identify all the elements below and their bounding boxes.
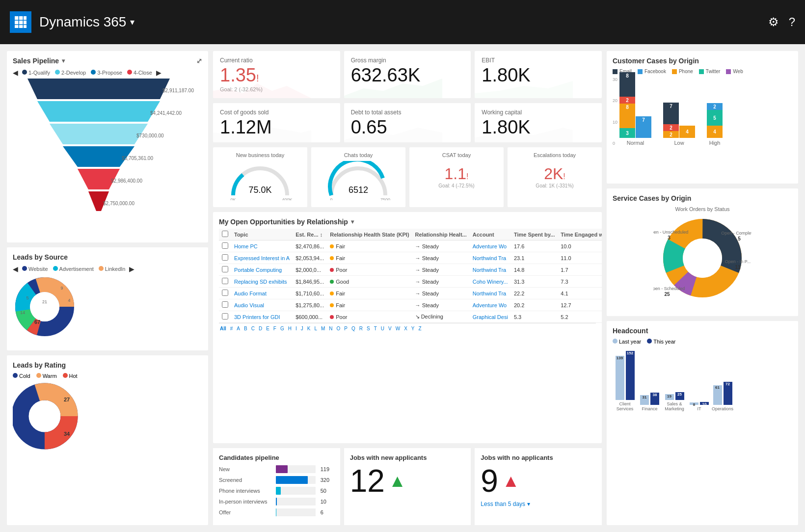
gauge-label: Chats today [316,152,401,158]
bar-xlabel: Normal [627,140,644,146]
alpha-nav-item[interactable]: T [373,325,378,332]
alpha-nav-item[interactable]: V [387,325,393,332]
app-title[interactable]: Dynamics 365 ▾ [39,14,134,30]
hc-bar-this: 10 [700,402,709,405]
row-topic[interactable]: Home PC [231,240,293,252]
col-account[interactable]: Account [470,229,511,240]
opp-chevron[interactable]: ▾ [351,218,354,225]
prev-arrow[interactable]: ◀ [13,69,18,77]
alpha-nav-item[interactable]: N [328,325,333,332]
select-all-checkbox[interactable] [222,231,228,237]
row-account[interactable]: Northwind Tra [470,288,511,299]
alpha-nav-item[interactable]: B [243,325,248,332]
alpha-nav-item[interactable]: H [287,325,293,332]
row-account[interactable]: Coho Winery... [470,276,511,288]
svg-marker-44 [475,128,573,142]
alpha-nav-item[interactable]: S [366,325,371,332]
row-account[interactable]: Adventure Wo [470,299,511,311]
alpha-nav-item[interactable]: F [272,325,277,332]
hc-xlabel: Finance [642,406,657,411]
alpha-nav-item[interactable]: P [343,325,349,332]
metric-label: EBIT [482,57,595,64]
sales-pipeline-chevron[interactable]: ▾ [62,57,65,64]
cand-value: 320 [321,477,334,483]
metric-label: Debt to total assets [351,109,464,116]
row-check[interactable] [219,288,231,299]
row-topic[interactable]: Expressed Interest in A [231,252,293,264]
next-arrow[interactable]: ▶ [156,69,161,77]
alpha-nav-item[interactable]: Y [410,325,416,332]
alpha-nav-item[interactable]: W [395,325,401,332]
alpha-nav-item[interactable]: X [403,325,408,332]
gauges-row: New business today 75.0K 0K 400K Chats t… [213,147,602,207]
svg-text:5: 5 [26,295,28,300]
col-topic[interactable]: Topic [231,229,293,240]
row-topic[interactable]: Audio Format [231,288,293,299]
prev-arrow[interactable]: ◀ [13,265,18,273]
opportunities-tbody: Home PC $2,470,86... Fair → Steady Adven… [219,240,602,323]
table-row: Home PC $2,470,86... Fair → Steady Adven… [219,240,602,252]
svg-text:$4,241,442.00: $4,241,442.00 [150,110,182,116]
alpha-nav-item[interactable]: D [258,325,263,332]
row-trend: → Steady [412,276,470,288]
alpha-nav-item[interactable]: R [358,325,364,332]
app-grid-button[interactable] [10,11,31,33]
alpha-navigation[interactable]: All#ABCDEFGHIJKLMNOPQRSTUVWXYZ [219,323,596,332]
svg-text:7500: 7500 [380,197,390,200]
row-account[interactable]: Northwind Tra [470,252,511,264]
row-account[interactable]: Adventure Wo [470,240,511,252]
row-check[interactable] [219,240,231,252]
row-check[interactable] [219,276,231,288]
jobs-none-sub[interactable]: Less than 5 days ▾ [481,501,596,507]
alpha-nav-item[interactable]: O [336,325,342,332]
row-account[interactable]: Northwind Tra [470,264,511,276]
col-time-engaged[interactable]: Time Engaged with C... [558,229,602,240]
alpha-nav-item[interactable]: G [279,325,285,332]
row-time-engaged: 4.1 [558,288,602,299]
row-time-spent: 22.2 [511,288,558,299]
col-time-spent[interactable]: Time Spent by... [511,229,558,240]
alpha-nav-item[interactable]: All [219,325,227,332]
expand-icon[interactable]: ⤢ [196,57,202,65]
row-topic[interactable]: Audio Visual [231,299,293,311]
settings-icon[interactable]: ⚙ [768,15,779,29]
alpha-nav-item[interactable]: I [295,325,298,332]
help-icon[interactable]: ? [789,15,795,29]
bar-xlabel: High [709,140,721,146]
alpha-nav-item[interactable]: Q [350,325,356,332]
alpha-nav-item[interactable]: L [313,325,318,332]
alpha-nav-item[interactable]: E [265,325,270,332]
row-check[interactable] [219,252,231,264]
cand-bar-container [276,476,316,484]
alpha-nav-item[interactable]: U [380,325,385,332]
headcount-bars: 139 152 Client Services 31 38 Finance 19… [613,347,792,411]
alpha-nav-item[interactable]: M [320,325,326,332]
col-est[interactable]: Est. Re... ↕ [293,229,327,240]
row-check[interactable] [219,264,231,276]
row-check[interactable] [219,299,231,311]
row-topic[interactable]: Replacing SD exhibits [231,276,293,288]
col-health-state[interactable]: Relationship Health State (KPI) [327,229,412,240]
jobs-new-card: Jobs with new applicants 12 ▲ [344,448,471,525]
jobs-new-title: Jobs with new applicants [350,454,465,461]
alpha-nav-item[interactable]: # [229,325,234,332]
next-arrow[interactable]: ▶ [129,265,134,273]
alpha-nav-item[interactable]: C [250,325,256,332]
svg-text:$2,986,400.00: $2,986,400.00 [111,178,142,184]
col-health[interactable]: Relationship Healt... [412,229,470,240]
leads-rating-card: Leads by Rating Cold Warm Hot 27 34 [7,355,208,525]
escalations-value: 2K! [544,165,565,183]
alpha-nav-item[interactable]: Z [418,325,423,332]
col-check[interactable] [219,229,231,240]
alpha-nav-item[interactable]: K [306,325,312,332]
alpha-nav-item[interactable]: A [236,325,241,332]
cand-bar [276,508,276,516]
row-topic[interactable]: Portable Computing [231,264,293,276]
row-check[interactable] [219,311,231,323]
alpha-nav-item[interactable]: J [300,325,304,332]
sales-pipeline-card: Sales Pipeline ▾ ⤢ ◀ 1-Qualify 2-Develop… [7,51,208,242]
row-topic[interactable]: 3D Printers for GDI [231,311,293,323]
bar-segment: 7 [636,116,651,138]
row-account[interactable]: Graphical Desi [470,311,511,323]
funnel-chart: $2,911,187.00 $4,241,442.00 $730,000.00 … [13,79,202,223]
